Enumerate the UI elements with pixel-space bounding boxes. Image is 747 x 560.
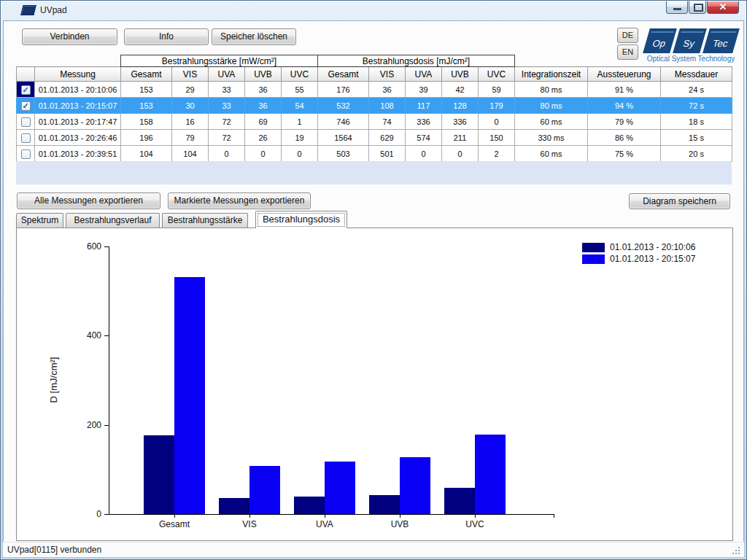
table-cell[interactable]: 150 (479, 130, 515, 146)
table-cell[interactable]: 74 (369, 114, 406, 130)
table-cell[interactable]: 91 % (588, 82, 661, 98)
column-header[interactable]: Messdauer (661, 67, 732, 82)
row-checkbox[interactable]: ✓ (21, 101, 31, 111)
table-cell[interactable]: 01.01.2013 - 20:15:07 (35, 98, 121, 114)
table-cell[interactable]: 26 (245, 130, 282, 146)
table-cell[interactable]: 72 (209, 130, 245, 146)
table-cell[interactable]: 72 (209, 114, 245, 130)
table-cell[interactable]: 0 (406, 146, 442, 162)
table-cell[interactable]: 19 (282, 130, 318, 146)
table-cell[interactable]: 79 (172, 130, 209, 146)
table-cell[interactable]: 1 (282, 114, 318, 130)
table-cell[interactable]: 80 ms (515, 98, 588, 114)
table-cell[interactable]: 75 % (588, 146, 661, 162)
row-checkbox[interactable] (21, 133, 31, 143)
table-cell[interactable]: 20 s (661, 146, 732, 162)
row-select-cell[interactable] (17, 130, 35, 146)
table-row[interactable]: 01.01.2013 - 20:17:471581672691746743363… (17, 114, 732, 130)
connect-button[interactable]: Verbinden (22, 28, 117, 45)
table-cell[interactable]: 574 (406, 130, 442, 146)
table-cell[interactable]: 94 % (588, 98, 661, 114)
table-cell[interactable]: 211 (442, 130, 479, 146)
info-button[interactable]: Info (124, 28, 209, 45)
row-checkbox[interactable] (21, 149, 31, 159)
column-header[interactable]: Messung (35, 67, 121, 82)
table-cell[interactable]: 0 (245, 146, 282, 162)
table-cell[interactable]: 69 (245, 114, 282, 130)
table-cell[interactable]: 0 (209, 146, 245, 162)
table-cell[interactable]: 336 (442, 114, 479, 130)
table-cell[interactable]: 30 (172, 98, 209, 114)
table-cell[interactable]: 54 (282, 98, 318, 114)
maximize-button[interactable] (689, 1, 706, 14)
table-cell[interactable]: 108 (369, 98, 406, 114)
table-cell[interactable]: 36 (369, 82, 406, 98)
table-cell[interactable]: 158 (121, 114, 172, 130)
column-header[interactable]: VIS (172, 67, 209, 82)
export-marked-button[interactable]: Markierte Messungen exportieren (168, 192, 311, 209)
clear-memory-button[interactable]: Speicher löschen (212, 28, 296, 45)
table-row[interactable]: 01.01.2013 - 20:39:511041040005035010026… (17, 146, 732, 162)
row-checkbox[interactable]: ✓ (21, 85, 31, 95)
table-cell[interactable]: 104 (121, 146, 172, 162)
table-cell[interactable]: 501 (369, 146, 406, 162)
table-cell[interactable]: 330 ms (515, 130, 588, 146)
table-cell[interactable]: 196 (121, 130, 172, 146)
column-header[interactable]: UVA (406, 67, 442, 82)
table-cell[interactable]: 01.01.2013 - 20:17:47 (35, 114, 121, 130)
table-cell[interactable]: 60 ms (515, 146, 588, 162)
table-cell[interactable]: 59 (479, 82, 515, 98)
column-header[interactable]: Gesamt (318, 67, 369, 82)
column-header[interactable]: Gesamt (121, 67, 172, 82)
column-header[interactable]: UVB (442, 67, 479, 82)
table-cell[interactable]: 39 (406, 82, 442, 98)
table-cell[interactable]: 42 (442, 82, 479, 98)
table-cell[interactable]: 86 % (588, 130, 661, 146)
table-cell[interactable]: 33 (209, 82, 245, 98)
table-cell[interactable]: 104 (172, 146, 209, 162)
column-header[interactable]: UVA (209, 67, 245, 82)
table-cell[interactable]: 60 ms (515, 114, 588, 130)
row-select-cell[interactable] (17, 146, 35, 162)
table-row[interactable]: 01.01.2013 - 20:26:461967972261915646295… (17, 130, 732, 146)
table-cell[interactable]: 55 (282, 82, 318, 98)
row-select-cell[interactable]: ✓ (17, 82, 35, 98)
close-button[interactable]: ✕ (707, 1, 739, 14)
save-diagram-button[interactable]: Diagram speichern (629, 193, 730, 209)
table-cell[interactable]: 16 (172, 114, 209, 130)
column-header[interactable]: Integrationszeit (515, 67, 588, 82)
table-cell[interactable]: 2 (479, 146, 515, 162)
row-checkbox[interactable] (21, 117, 31, 127)
table-cell[interactable]: 29 (172, 82, 209, 98)
tab-bestrahlungsverlauf[interactable]: Bestrahlungsverlauf (66, 213, 160, 228)
table-cell[interactable]: 01.01.2013 - 20:39:51 (35, 146, 121, 162)
table-cell[interactable]: 1564 (318, 130, 369, 146)
column-header[interactable]: UVB (245, 67, 282, 82)
table-cell[interactable]: 746 (318, 114, 369, 130)
minimize-button[interactable] (666, 1, 688, 14)
row-select-cell[interactable] (17, 114, 35, 130)
table-cell[interactable]: 153 (121, 98, 172, 114)
table-cell[interactable]: 153 (121, 82, 172, 98)
tab-bestrahlungsdosis[interactable]: Bestrahlungsdosis (255, 211, 347, 228)
table-cell[interactable]: 128 (442, 98, 479, 114)
table-cell[interactable]: 0 (282, 146, 318, 162)
language-de-button[interactable]: DE (617, 28, 638, 43)
row-select-cell[interactable]: ✓ (17, 98, 35, 114)
table-cell[interactable]: 336 (406, 114, 442, 130)
table-cell[interactable]: 79 % (588, 114, 661, 130)
table-cell[interactable]: 0 (442, 146, 479, 162)
tab-spektrum[interactable]: Spektrum (16, 213, 63, 228)
column-header[interactable]: UVC (479, 67, 515, 82)
table-cell[interactable]: 117 (406, 98, 442, 114)
table-cell[interactable]: 80 ms (515, 82, 588, 98)
table-cell[interactable]: 01.01.2013 - 20:10:06 (35, 82, 121, 98)
tab-bestrahlungsst-rke[interactable]: Bestrahlungsstärke (162, 213, 248, 228)
table-cell[interactable]: 0 (479, 114, 515, 130)
table-cell[interactable]: 72 s (661, 98, 732, 114)
table-cell[interactable]: 15 s (661, 130, 732, 146)
table-cell[interactable]: 36 (245, 98, 282, 114)
resize-grip-icon[interactable] (731, 545, 740, 554)
table-cell[interactable]: 01.01.2013 - 20:26:46 (35, 130, 121, 146)
column-header[interactable]: Aussteuerung (588, 67, 661, 82)
